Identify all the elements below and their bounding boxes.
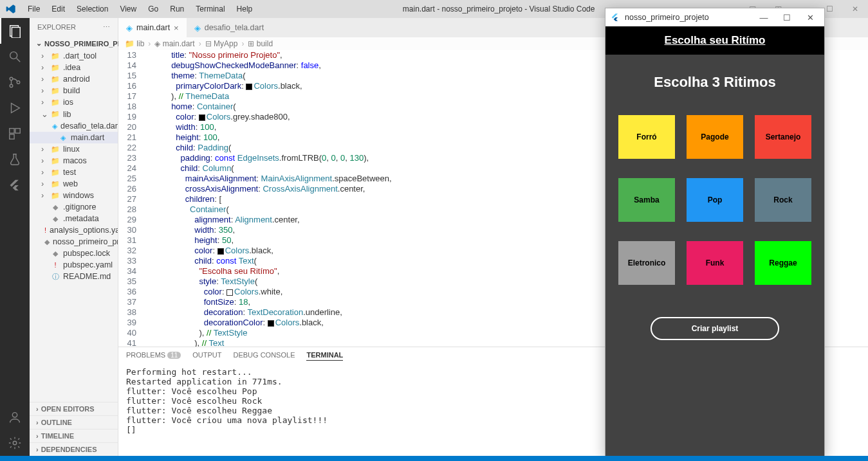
tree-item[interactable]: ›📁web	[30, 178, 118, 190]
tree-item[interactable]: ›📁.dart_tool	[30, 50, 118, 62]
file-tree: ›📁.dart_tool›📁.idea›📁android›📁build›📁ios…	[30, 50, 118, 402]
rhythm-cell[interactable]: Pop	[687, 178, 743, 222]
testing-icon[interactable]	[0, 147, 30, 172]
project-root[interactable]: ⌄NOSSO_PRIMEIRO_PROJETO	[30, 37, 118, 50]
source-control-icon[interactable]	[0, 69, 30, 95]
rhythm-grid: ForróPagodeSertanejoSambaPopRockEletroni…	[618, 115, 811, 285]
emulator-minimize-icon[interactable]: —	[755, 13, 773, 23]
status-bar[interactable]	[0, 456, 868, 461]
svg-point-12	[13, 441, 17, 445]
rhythm-cell[interactable]: Sertanejo	[755, 115, 811, 159]
emulator-app-surface: Escolha seu Ritímo Escolha 3 Ritimos For…	[605, 26, 824, 457]
svg-point-4	[10, 77, 13, 80]
svg-point-6	[17, 81, 20, 84]
flutter-icon[interactable]	[0, 172, 30, 198]
svg-rect-1	[12, 28, 20, 39]
emulator-close-icon[interactable]: ✕	[801, 13, 819, 23]
tree-item[interactable]: ◈desafio_tela.dart	[30, 120, 118, 132]
flutter-logo-icon	[611, 13, 620, 22]
accounts-icon[interactable]	[0, 404, 30, 430]
panel-tab-terminal[interactable]: TERMINAL	[306, 351, 343, 361]
menu-bar: FileEditSelectionViewGoRunTerminalHelp	[22, 5, 258, 14]
tree-item[interactable]: ›📁ios	[30, 96, 118, 108]
menu-go[interactable]: Go	[142, 5, 164, 14]
svg-rect-8	[10, 129, 14, 133]
flutter-emulator-window: nosso_primeiro_projeto — ☐ ✕ Escolha seu…	[605, 8, 825, 458]
tree-item[interactable]: ›📁.idea	[30, 62, 118, 73]
activity-bar	[0, 18, 30, 456]
vscode-logo-icon	[0, 4, 22, 14]
svg-point-2	[10, 52, 17, 59]
rhythm-cell[interactable]: Forró	[618, 115, 675, 159]
sidebar-panel[interactable]: ›TIMELINE	[30, 429, 118, 442]
rhythm-cell[interactable]: Samba	[618, 178, 675, 222]
editor-tab[interactable]: ◈main.dart×	[118, 18, 187, 37]
breadcrumb-item[interactable]: 📁 lib	[125, 39, 144, 48]
app-subtitle: Escolha 3 Ritimos	[618, 74, 811, 91]
close-icon[interactable]: ✕	[842, 5, 868, 14]
menu-selection[interactable]: Selection	[71, 5, 114, 14]
menu-edit[interactable]: Edit	[46, 5, 71, 14]
rhythm-cell[interactable]: Eletronico	[618, 241, 675, 285]
explorer-sidebar: EXPLORER ⋯ ⌄NOSSO_PRIMEIRO_PROJETO ›📁.da…	[30, 18, 118, 456]
menu-help[interactable]: Help	[231, 5, 259, 14]
menu-terminal[interactable]: Terminal	[190, 5, 230, 14]
panel-tab-debug-console[interactable]: DEBUG CONSOLE	[234, 351, 295, 361]
tree-item[interactable]: ◆nosso_primeiro_proje...	[30, 236, 118, 248]
tree-item[interactable]: ⓘREADME.md	[30, 271, 118, 282]
tree-item[interactable]: ›📁build	[30, 85, 118, 96]
rhythm-cell[interactable]: Funk	[687, 241, 743, 285]
tree-item[interactable]: ◆pubspec.lock	[30, 248, 118, 259]
sidebar-panel[interactable]: ›OUTLINE	[30, 415, 118, 429]
tree-item[interactable]: ⌄📁lib	[30, 108, 118, 120]
breadcrumb-item[interactable]: ◈ main.dart	[154, 39, 194, 48]
panel-tab-problems[interactable]: PROBLEMS11	[126, 351, 181, 361]
tree-item[interactable]: !analysis_options.yaml	[30, 224, 118, 236]
tree-item[interactable]: ›📁windows	[30, 190, 118, 201]
emulator-titlebar: nosso_primeiro_projeto — ☐ ✕	[605, 8, 824, 26]
sidebar-panel[interactable]: ›OPEN EDITORS	[30, 402, 118, 415]
sidebar-panel[interactable]: ›DEPENDENCIES	[30, 442, 118, 456]
svg-rect-10	[10, 134, 14, 139]
tree-item[interactable]: ◆.metadata	[30, 213, 118, 224]
menu-run[interactable]: Run	[164, 5, 190, 14]
tree-item[interactable]: ›📁android	[30, 73, 118, 85]
breadcrumb-item[interactable]: ⊞ build	[248, 39, 273, 48]
tree-item[interactable]: !pubspec.yaml	[30, 259, 118, 271]
svg-point-11	[12, 413, 17, 417]
rhythm-cell[interactable]: Reggae	[755, 241, 811, 285]
tree-item[interactable]: ›📁macos	[30, 155, 118, 167]
rhythm-cell[interactable]: Rock	[755, 178, 811, 222]
svg-line-3	[17, 59, 21, 62]
explorer-icon[interactable]	[0, 18, 30, 44]
rhythm-cell[interactable]: Pagode	[687, 115, 743, 159]
tree-item[interactable]: ◈main.dart	[30, 132, 118, 143]
extensions-icon[interactable]	[0, 121, 30, 147]
tree-item[interactable]: ◆.gitignore	[30, 201, 118, 213]
emulator-title: nosso_primeiro_projeto	[625, 13, 709, 22]
menu-file[interactable]: File	[22, 5, 46, 14]
menu-view[interactable]: View	[114, 5, 142, 14]
create-playlist-button[interactable]: Criar playlist	[651, 317, 779, 340]
editor-tab[interactable]: ◈desafio_tela.dart	[187, 18, 272, 37]
app-header: Escolha seu Ritímo	[605, 26, 824, 55]
svg-point-5	[10, 84, 13, 87]
breadcrumb-item[interactable]: ⊟ MyApp	[205, 39, 238, 48]
search-icon[interactable]	[0, 44, 30, 69]
explorer-title: EXPLORER	[37, 23, 76, 32]
svg-rect-9	[15, 129, 20, 133]
tree-item[interactable]: ›📁test	[30, 167, 118, 178]
tree-item[interactable]: ›📁linux	[30, 143, 118, 155]
run-debug-icon[interactable]	[0, 95, 30, 121]
more-icon[interactable]: ⋯	[103, 23, 110, 32]
svg-marker-7	[12, 104, 20, 113]
emulator-maximize-icon[interactable]: ☐	[778, 13, 796, 23]
settings-gear-icon[interactable]	[0, 430, 30, 456]
panel-tab-output[interactable]: OUTPUT	[192, 351, 221, 361]
